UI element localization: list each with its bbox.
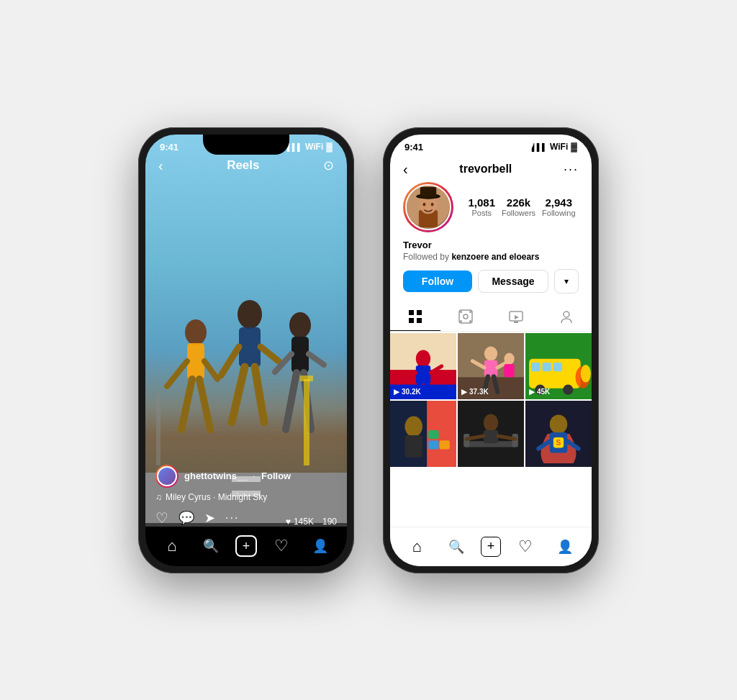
svg-point-9 [238, 300, 262, 329]
grid-tab-icon [408, 309, 422, 324]
profile-stats: 1,081 Posts 226k Followers 2,943 Followi… [465, 196, 579, 217]
share-action-icon[interactable]: ➤ [204, 510, 215, 526]
svg-point-3 [185, 319, 207, 345]
play-icon-3: ▶ [529, 388, 535, 396]
stat-count-1: 30.2K [402, 388, 421, 396]
svg-rect-10 [239, 327, 261, 367]
followers-label: Followers [502, 209, 535, 217]
svg-line-12 [261, 347, 279, 361]
phone-reels: 9:41 ▌▌▌ WiFi ▓ ‹ Reels ⊙ [138, 127, 354, 573]
profile-nav-search-icon[interactable]: 🔍 [442, 532, 471, 561]
nav-profile-icon[interactable]: 👤 [306, 532, 335, 560]
follow-button[interactable]: Follow [261, 471, 291, 481]
grid-image-5 [458, 401, 524, 467]
svg-rect-63 [504, 363, 514, 376]
svg-rect-77 [404, 435, 422, 458]
svg-rect-49 [416, 365, 430, 383]
wifi-icon: WiFi [305, 142, 323, 152]
posts-count: 1,081 [468, 196, 495, 209]
grid-image-4 [390, 401, 456, 467]
dropdown-button[interactable]: ▾ [554, 269, 579, 294]
message-button[interactable]: Message [478, 270, 548, 293]
grid-item-1[interactable]: ▶ 30.2K [390, 333, 456, 399]
svg-line-14 [255, 367, 264, 422]
bottom-nav: ⌂ 🔍 + ♡ 👤 [145, 527, 347, 566]
comments-stat: 190 [322, 517, 337, 527]
profile-avatar-container[interactable] [403, 182, 453, 232]
user-avatar[interactable] [155, 465, 178, 488]
profile-nav-add-icon[interactable]: + [481, 537, 501, 557]
svg-rect-28 [420, 186, 437, 197]
svg-point-39 [460, 320, 462, 322]
svg-rect-67 [543, 362, 551, 371]
heart-action-icon[interactable]: ♡ [155, 509, 168, 527]
nav-home-icon[interactable]: ⌂ [158, 532, 186, 560]
profile-nav-home-icon[interactable]: ⌂ [402, 532, 431, 561]
grid-item-6[interactable]: S [525, 401, 592, 467]
scene: 9:41 ▌▌▌ WiFi ▓ ‹ Reels ⊙ [0, 0, 737, 700]
notch-profile [448, 135, 534, 155]
svg-point-30 [431, 202, 434, 206]
profile-avatar-ring [403, 182, 453, 232]
profile-grid: ▶ 30.2K [390, 333, 592, 467]
svg-point-62 [504, 353, 514, 364]
svg-marker-43 [515, 315, 519, 319]
profile-signal-icon: ▌▌▌ [532, 143, 547, 151]
svg-rect-78 [428, 429, 438, 438]
grid-item-3[interactable]: ▶ 45K [525, 333, 592, 399]
back-icon[interactable]: ‹ [158, 158, 163, 174]
following-label: Following [542, 209, 575, 217]
profile-back-icon[interactable]: ‹ [403, 161, 408, 178]
tab-tagged[interactable] [541, 302, 592, 331]
svg-rect-80 [428, 440, 438, 449]
follow-button[interactable]: Follow [403, 271, 472, 292]
followers-stat[interactable]: 226k Followers [502, 196, 535, 217]
svg-rect-79 [439, 429, 449, 438]
following-count: 2,943 [542, 196, 575, 209]
profile-tabs [390, 302, 592, 332]
posts-stat: 1,081 Posts [468, 196, 495, 217]
nav-search-icon[interactable]: 🔍 [196, 532, 225, 560]
svg-rect-22 [300, 376, 313, 381]
comment-action-icon[interactable]: 💬 [178, 510, 194, 526]
camera-icon[interactable]: ⊙ [323, 158, 334, 173]
tab-reels[interactable] [440, 302, 491, 331]
username-label[interactable]: ghettotwins__ [184, 471, 247, 481]
comments-count: 190 [322, 517, 337, 527]
tab-tv[interactable] [491, 302, 541, 331]
grid-item-4[interactable] [390, 401, 456, 467]
play-icon-2: ▶ [461, 388, 467, 396]
followers-count: 226k [502, 196, 535, 209]
tab-grid[interactable] [390, 302, 440, 331]
svg-rect-68 [553, 362, 562, 371]
following-stat[interactable]: 2,943 Following [542, 196, 575, 217]
profile-nav-profile-icon[interactable]: 👤 [551, 532, 579, 561]
svg-rect-21 [304, 379, 309, 465]
nav-add-icon[interactable]: + [235, 535, 257, 557]
profile-screen: 9:41 ▌▌▌ WiFi ▓ ‹ trevorbell ··· [390, 135, 592, 566]
svg-line-7 [181, 379, 192, 429]
svg-point-37 [460, 311, 462, 313]
profile-more-icon[interactable]: ··· [564, 162, 579, 177]
profile-name: Trevor [390, 240, 592, 250]
profile-nav-heart-icon[interactable]: ♡ [511, 532, 540, 561]
svg-point-86 [484, 414, 498, 432]
svg-point-91 [550, 414, 568, 434]
grid-stat-2: ▶ 37.3K [461, 388, 489, 396]
follow-separator: · [253, 471, 256, 481]
nav-heart-icon[interactable]: ♡ [267, 532, 296, 560]
stat-count-2: 37.3K [469, 388, 489, 396]
followed-by-text: Followed by [403, 252, 449, 262]
profile-avatar-svg [407, 184, 450, 229]
profile-avatar-image [405, 184, 451, 230]
phone-profile: 9:41 ▌▌▌ WiFi ▓ ‹ trevorbell ··· [383, 127, 599, 573]
profile-header: ‹ trevorbell ··· [390, 155, 592, 182]
reels-title: Reels [163, 158, 323, 173]
profile-actions: Follow Message ▾ [390, 269, 592, 294]
svg-rect-42 [514, 322, 518, 323]
grid-item-5[interactable] [458, 401, 524, 467]
profile-username-title: trevorbell [459, 163, 512, 176]
more-options-icon[interactable]: ··· [225, 512, 239, 524]
profile-status-icons: ▌▌▌ WiFi ▓ [532, 142, 577, 152]
grid-item-2[interactable]: ▶ 37.3K [458, 333, 524, 399]
